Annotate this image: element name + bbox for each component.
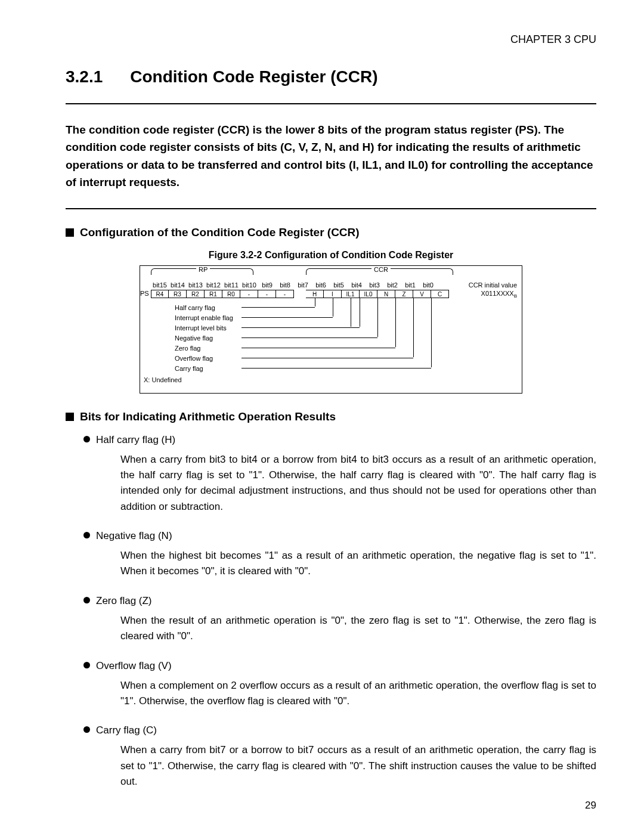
wire: [242, 367, 431, 368]
bit-label: bit15: [151, 281, 169, 289]
flag-label-list: Half carry flag Interrupt enable flag In…: [175, 303, 233, 374]
bit-label: bit10: [240, 281, 258, 289]
bit-label: bit0: [419, 281, 437, 289]
item-title: Negative flag (N): [96, 530, 172, 541]
bit-label: bit7: [294, 281, 312, 289]
bit-number-row: bit15 bit14 bit13 bit12 bit11 bit10 bit9…: [151, 281, 437, 289]
wire: [431, 298, 432, 367]
wire: [242, 337, 377, 338]
register-cell-row: R4 R3 R2 R1 R0 - - - H I IL1 IL0 N Z V C: [151, 290, 449, 298]
bit-label: bit3: [366, 281, 383, 289]
wire: [377, 298, 379, 337]
reg-cell: I: [324, 290, 342, 298]
reg-cell: Z: [395, 290, 413, 298]
wire: [242, 347, 395, 348]
section-heading: Condition Code Register (CCR): [130, 67, 377, 86]
rp-label: RP: [196, 266, 210, 273]
figure-caption: Figure 3.2-2 Configuration of Condition …: [66, 250, 596, 261]
bit-label: bit9: [258, 281, 276, 289]
chapter-header: CHAPTER 3 CPU: [66, 33, 596, 46]
intro-paragraph: The condition code register (CCR) is the…: [66, 121, 596, 191]
bit-label: bit6: [312, 281, 330, 289]
item-overflow: Overflow flag (V): [83, 660, 596, 672]
subheading-bits-text: Bits for Indicating Arithmetic Operation…: [80, 410, 336, 423]
bit-label: bit5: [330, 281, 348, 289]
item-body: When a complement on 2 overflow occurs a…: [120, 678, 596, 710]
reg-cell: V: [413, 290, 431, 298]
reg-cell: H: [306, 290, 324, 298]
item-title: Half carry flag (H): [96, 434, 175, 445]
x-undefined-note: X: Undefined: [144, 376, 182, 383]
bit-label: bit11: [222, 281, 240, 289]
flag-label-ilvl: Interrupt level bits: [175, 323, 233, 333]
reg-cell: IL0: [360, 290, 377, 298]
item-half-carry: Half carry flag (H): [83, 434, 596, 446]
bit-label: bit8: [276, 281, 294, 289]
item-title: Zero flag (Z): [96, 595, 152, 606]
reg-cell: -: [240, 290, 258, 298]
reg-cell: N: [377, 290, 395, 298]
bullet-icon: [83, 597, 90, 603]
wire: [360, 298, 361, 327]
item-carry: Carry flag (C): [83, 724, 596, 736]
initial-value: X011XXXXB: [481, 290, 517, 299]
reg-cell: R2: [187, 290, 205, 298]
item-body: When the highest bit becomes "1" as a re…: [120, 548, 596, 580]
flag-label-ovf: Overflow flag: [175, 354, 233, 364]
divider: [66, 103, 596, 104]
initial-value-label: CCR initial value: [469, 281, 517, 289]
item-body: When a carry from bit3 to bit4 or a borr…: [120, 452, 596, 515]
wire: [333, 298, 334, 317]
flag-label-ien: Interrupt enable flag: [175, 313, 233, 323]
item-title: Carry flag (C): [96, 724, 157, 736]
wire: [242, 327, 360, 328]
item-body: When the result of an arithmetic operati…: [120, 613, 596, 645]
bit-label: bit2: [383, 281, 401, 289]
figure-ccr-diagram: RP CCR bit15 bit14 bit13 bit12 bit11 bit…: [140, 265, 522, 394]
bit-label: bit13: [187, 281, 205, 289]
bit-label: bit1: [401, 281, 419, 289]
bullet-icon: [83, 436, 90, 442]
bullet-icon: [83, 726, 90, 733]
wire: [242, 317, 333, 318]
section-number: 3.2.1: [66, 67, 103, 86]
wire: [242, 306, 315, 308]
subheading-config-text: Configuration of the Condition Code Regi…: [80, 226, 360, 239]
reg-cell: -: [276, 290, 294, 298]
wire: [351, 298, 352, 327]
subheading-bits: Bits for Indicating Arithmetic Operation…: [66, 410, 596, 423]
bit-label: bit4: [348, 281, 366, 289]
reg-cell: R0: [222, 290, 240, 298]
reg-cell: IL1: [342, 290, 360, 298]
flag-label-neg: Negative flag: [175, 333, 233, 343]
bit-label: bit14: [169, 281, 187, 289]
item-negative: Negative flag (N): [83, 530, 596, 542]
wire: [315, 298, 316, 306]
item-zero: Zero flag (Z): [83, 595, 596, 607]
item-title: Overflow flag (V): [96, 660, 172, 671]
subheading-config: Configuration of the Condition Code Regi…: [66, 226, 596, 239]
wire: [242, 357, 413, 358]
page-number: 29: [585, 800, 596, 812]
section-title: 3.2.1 Condition Code Register (CCR): [66, 67, 596, 86]
reg-cell: -: [258, 290, 276, 298]
flag-label-carry: Carry flag: [175, 364, 233, 374]
page: CHAPTER 3 CPU 3.2.1 Condition Code Regis…: [0, 0, 644, 833]
square-bullet-icon: [66, 228, 74, 237]
reg-cell: R4: [151, 290, 169, 298]
reg-gap: [294, 290, 306, 298]
flag-label-zero: Zero flag: [175, 343, 233, 354]
wire: [413, 298, 414, 357]
bit-label: bit12: [205, 281, 222, 289]
flag-label-half: Half carry flag: [175, 303, 233, 313]
reg-cell: C: [431, 290, 449, 298]
reg-cell: R1: [205, 290, 222, 298]
square-bullet-icon: [66, 413, 74, 421]
ccr-label: CCR: [371, 266, 391, 273]
bullet-icon: [83, 662, 90, 668]
bullet-icon: [83, 532, 90, 538]
wire: [395, 298, 397, 347]
item-body: When a carry from bit7 or a borrow to bi…: [120, 742, 596, 789]
divider: [66, 208, 596, 209]
reg-cell: R3: [169, 290, 187, 298]
